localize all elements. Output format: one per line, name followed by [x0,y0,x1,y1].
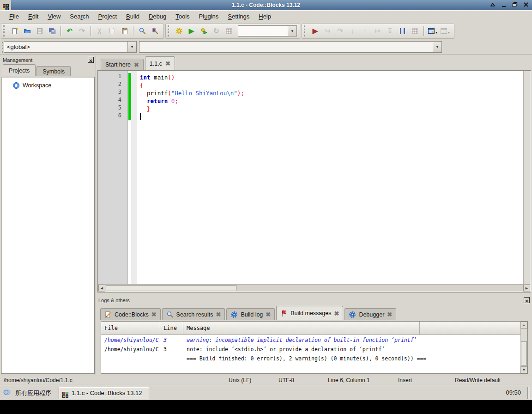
column-header-file[interactable]: File [101,322,160,335]
screen-letterbox [0,400,532,414]
code-area[interactable]: 1int main()2{3 printf("Hello ShiYanLou\n… [98,71,523,284]
table-cell: /home/shiyanlou/C... [101,344,160,353]
close-logs-button[interactable] [524,297,530,303]
window-controls [490,0,529,10]
debugging-windows-button[interactable]: ▾ [426,25,439,37]
close-management-button[interactable] [88,57,94,63]
logs-tab-build-log[interactable]: Build log✖ [226,308,275,320]
taskbar-task-button[interactable]: 1.1.c - Code::Blocks 13.12 [59,387,149,399]
code-line-4[interactable]: 4 return 0; [98,97,523,104]
close-tab-icon[interactable]: ✖ [151,311,157,317]
break-debugger-button[interactable] [396,25,409,37]
debug-continue-icon: ▶ [312,27,319,35]
close-tab-icon[interactable]: ✖ [165,61,170,67]
scroll-down-icon[interactable] [520,366,527,373]
toolbar-grip[interactable] [304,25,306,37]
menu-build[interactable]: Build [121,12,144,21]
rebuild-button: ↻ [210,25,223,37]
workspace-tree-item[interactable]: Workspace [1,77,94,89]
menu-plugins[interactable]: Plugins [194,12,224,21]
editor-tab-start-here[interactable]: Start here✖ [101,59,144,70]
cut-button: ✂ [93,25,106,37]
menu-file[interactable]: File [5,12,24,21]
column-header-line[interactable]: Line [160,322,183,335]
symbol-combobox[interactable] [139,41,442,53]
logs-tab-debugger[interactable]: Debugger✖ [345,308,396,320]
undo-button[interactable]: ↶ [63,25,76,37]
editor-vertical-scrollbar[interactable] [523,71,530,284]
step-into-button: ↓ [346,25,359,37]
code-line-2[interactable]: 2{ [98,81,523,89]
maximize-button[interactable] [512,2,518,8]
menu-settings[interactable]: Settings [223,12,254,21]
code-editor[interactable]: 1int main()2{3 printf("Hello ShiYanLou\n… [97,70,531,292]
editor-horizontal-scrollbar[interactable] [98,284,530,292]
taskbar-clock[interactable]: 09:50 [506,389,521,396]
table-row[interactable]: /home/shiyanlou/C...3note: include ‘<std… [101,344,520,353]
code-line-3[interactable]: 3 printf("Hello ShiYanLou\n"); [98,89,523,97]
close-tab-icon[interactable]: ✖ [216,311,221,317]
menu-help[interactable]: Help [254,12,276,21]
code-line-6[interactable]: 6 [98,112,523,120]
toolbar-grip[interactable] [3,25,6,37]
line-number: 2 [98,81,128,87]
scrollbar-thumb[interactable] [521,341,527,366]
shade-window-button[interactable] [490,2,496,8]
scrollbar-thumb[interactable] [106,285,236,291]
minimize-button[interactable] [501,2,507,8]
run-button[interactable]: ▶ [185,25,198,37]
tab-symbols[interactable]: Symbols [36,66,71,76]
open-button[interactable] [21,25,33,37]
copy-button [106,25,118,37]
pencil-icon [104,311,112,318]
table-cell: 3 [160,335,183,344]
applications-menu-label[interactable]: 所有应用程序 [15,389,51,397]
toolbar-grip[interactable] [168,25,170,37]
close-tab-icon[interactable]: ✖ [387,311,392,317]
tab-projects[interactable]: Projects [3,64,36,76]
management-tabs: ProjectsSymbols [0,64,96,76]
column-header-message[interactable]: Message [183,322,420,335]
logs-tab-search-results[interactable]: Search results✖ [162,308,225,320]
menu-debug[interactable]: Debug [144,12,171,21]
show-desktop-button[interactable] [527,387,531,399]
menu-view[interactable]: View [43,12,65,21]
table-vertical-scrollbar[interactable] [520,322,527,373]
scroll-left-icon[interactable] [98,285,105,292]
find-button[interactable] [136,25,148,37]
build-button[interactable] [173,25,185,37]
scope-combobox[interactable]: <global> [4,41,137,53]
scroll-right-icon[interactable] [523,285,530,292]
logs-tab-build-messages[interactable]: Build messages✖ [276,306,343,320]
table-row[interactable]: /home/shiyanlou/C...3warning: incompatib… [101,335,520,344]
build-target-combo[interactable] [238,25,297,37]
applications-menu-icon[interactable] [3,389,12,397]
logs-tab-code-blocks[interactable]: Code::Blocks✖ [100,308,161,320]
column-header-extra[interactable] [420,322,520,335]
editor-tab-1-1-c[interactable]: 1.1.c✖ [145,56,175,70]
debugging-windows-icon: ▾ [428,27,437,35]
close-tab-icon[interactable]: ✖ [334,310,339,317]
scroll-up-icon[interactable] [520,322,527,329]
close-button[interactable] [523,2,529,8]
toolbar-debugger: ▶↪↷↓↑↦↧▾▾ [302,24,454,39]
close-tab-icon[interactable]: ✖ [134,62,139,68]
replace-button[interactable]: R [148,25,161,37]
table-row[interactable]: === Build finished: 0 error(s), 2 warnin… [101,353,520,363]
menu-project[interactable]: Project [94,12,121,21]
chevron-down-icon[interactable] [127,42,136,52]
build-and-run-button[interactable] [198,25,210,37]
chevron-down-icon[interactable] [433,42,441,52]
close-tab-icon[interactable]: ✖ [266,311,271,317]
menu-search[interactable]: Search [65,12,93,21]
code-line-1[interactable]: 1int main() [98,73,523,81]
chevron-down-icon[interactable] [288,26,296,36]
code-line-5[interactable]: 5 } [98,104,523,112]
paste-button[interactable] [118,25,131,37]
menu-edit[interactable]: Edit [24,12,43,21]
menu-tools[interactable]: Tools [171,12,194,21]
new-file-button[interactable] [8,25,21,37]
save-all-button[interactable] [46,25,58,37]
cut-icon: ✂ [96,27,103,35]
debug-continue-button[interactable]: ▶ [309,25,321,37]
